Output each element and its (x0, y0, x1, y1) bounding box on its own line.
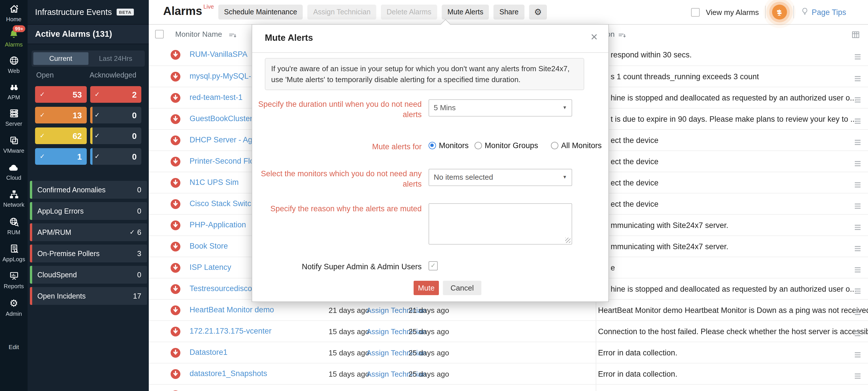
monitor-link[interactable]: Datastore1 (190, 348, 227, 357)
mute-for-label: Mute alerts for (258, 142, 422, 152)
category-item[interactable]: Open Incidents17 (30, 287, 147, 305)
monitor-link[interactable]: datastore1_Snapshots (190, 369, 267, 378)
nav-rail: Edit HomeAlarms99+WebAPMServerVMwareClou… (0, 0, 28, 391)
ack-count: 2 (132, 90, 137, 99)
mute-reason-textarea[interactable] (429, 203, 572, 245)
down-status-icon (170, 221, 180, 230)
cancel-button[interactable]: Cancel (443, 281, 482, 295)
monitor-link[interactable]: ISP Latency (190, 263, 231, 271)
notify-admins-checkbox[interactable]: ✓ (429, 261, 438, 270)
app-root: Edit HomeAlarms99+WebAPMServerVMwareClou… (0, 0, 868, 391)
category-label: Confirmed Anomalies (37, 186, 137, 194)
tab-current[interactable]: Current (33, 52, 88, 65)
down-status-icon (170, 369, 180, 379)
row-menu-icon[interactable] (854, 180, 861, 190)
tab-last-24hrs[interactable]: Last 24Hrs (88, 52, 143, 65)
monitor-link[interactable]: Book Store (190, 242, 228, 250)
open-count-badge[interactable]: ✓62 (35, 127, 87, 144)
radio-all-monitors[interactable] (551, 142, 558, 149)
row-menu-icon[interactable] (854, 286, 861, 296)
sidebar-item-label: RUM (0, 229, 28, 235)
row-menu-icon[interactable] (854, 265, 861, 275)
mute-button[interactable]: Mute (413, 281, 439, 295)
row-menu-icon[interactable] (854, 116, 861, 126)
outage-reason-text: respond within 30 secs. (611, 51, 692, 59)
category-item[interactable]: Confirmed Anomalies0 (30, 181, 147, 199)
sidebar-item-alarms[interactable]: Alarms99+ (0, 29, 28, 48)
sidebar-item-web[interactable]: Web (0, 55, 28, 74)
category-item[interactable]: AppLog Errors0 (30, 202, 147, 220)
monitor-link[interactable]: HeartBeat Monitor demo (190, 305, 274, 314)
row-menu-icon[interactable] (854, 307, 861, 318)
row-menu-icon[interactable] (854, 159, 861, 169)
category-list: Confirmed Anomalies0AppLog Errors0APM/RU… (30, 181, 147, 308)
monitor-link[interactable]: Testresourcediscove (190, 284, 260, 293)
row-menu-icon[interactable] (854, 371, 861, 381)
acknowledged-count-badge[interactable]: ✓0 (90, 107, 141, 124)
check-icon: ✓ (94, 111, 100, 119)
ack-count: 0 (132, 131, 137, 140)
row-menu-icon[interactable] (854, 52, 861, 62)
row-menu-icon[interactable] (854, 95, 861, 105)
monitor-link[interactable]: PHP-Application (190, 221, 246, 229)
radio-label[interactable]: All Monitors (561, 141, 602, 150)
acknowledged-count-badge[interactable]: ✓0 (90, 148, 141, 165)
sidebar-item-rum[interactable]: RUM (0, 217, 28, 235)
globe-icon (0, 55, 28, 67)
sidebar-item-network[interactable]: Network (0, 189, 28, 208)
row-menu-icon[interactable] (854, 137, 861, 148)
monitor-link[interactable]: GuestBookCluster (190, 114, 252, 123)
ack-count: 0 (132, 152, 137, 161)
monitor-link[interactable]: N1C UPS Sim (190, 178, 239, 187)
monitor-link[interactable]: Cisco Stack Switch (190, 199, 256, 208)
open-count-badge[interactable]: ✓13 (35, 107, 87, 124)
open-count-badge[interactable]: ✓1 (35, 148, 87, 165)
duration-select[interactable]: 5 Mins ▼ (429, 99, 572, 117)
row-menu-icon[interactable] (854, 201, 861, 211)
outage-reason-text: mmunicating with Site24x7 server. (611, 221, 728, 230)
sidebar-item-server[interactable]: Server (0, 108, 28, 127)
outage-reason-text: hine is stopped and deallocated as reque… (611, 94, 857, 102)
sidebar-item-applogs[interactable]: AppLogs (0, 243, 28, 262)
acknowledged-count-badge[interactable]: ✓2 (90, 86, 141, 103)
rum-globe-icon (0, 217, 28, 228)
radio-label[interactable]: Monitor Groups (485, 141, 538, 150)
acknowledged-count-badge[interactable]: ✓0 (90, 127, 141, 144)
check-icon: ✓ (40, 111, 45, 119)
row-menu-icon[interactable] (854, 350, 861, 360)
radio-monitors[interactable] (429, 142, 436, 149)
category-item[interactable]: On-Premise Pollers3 (30, 245, 147, 262)
down-status-icon (170, 50, 180, 60)
monitor-link[interactable]: 172.21.173.175-vcenter (190, 327, 272, 335)
sidebar-item-apm[interactable]: APM (0, 82, 28, 100)
monitor-link[interactable]: RUM-VanillaSPA (190, 50, 248, 59)
severity-row: ✓62✓0 (35, 127, 141, 144)
category-item[interactable]: CloudSpend0 (30, 266, 147, 284)
gear-icon: ⚙ (0, 298, 28, 309)
category-count: 0 (137, 207, 141, 215)
open-count-badge[interactable]: ✓53 (35, 86, 87, 103)
outage-reason-text: ect the device (611, 178, 659, 187)
monitors-select[interactable]: No items selected ▼ (429, 169, 572, 186)
category-count: 0 (137, 270, 141, 279)
sidebar-item-cloud[interactable]: Cloud (0, 162, 28, 181)
outage-reason-text: mmunicating with Site24x7 server. (611, 242, 728, 251)
sidebar-item-admin[interactable]: ⚙Admin (0, 298, 28, 317)
radio-label[interactable]: Monitors (439, 141, 469, 150)
row-menu-icon[interactable] (854, 222, 861, 232)
row-menu-icon[interactable] (854, 328, 861, 339)
nav-edit-link[interactable]: Edit (0, 343, 28, 350)
active-alarms-header[interactable]: Active Alarms (131) (28, 25, 149, 44)
sidebar-item-reports[interactable]: Reports (0, 270, 28, 289)
close-icon[interactable]: ✕ (590, 32, 598, 42)
panel-title: Infrastructure Events (35, 7, 112, 17)
sidebar-item-vmware[interactable]: VMware (0, 135, 28, 154)
category-item[interactable]: APM/RUM✓6 (30, 223, 147, 241)
severity-row: ✓13✓0 (35, 107, 141, 124)
row-menu-icon[interactable] (854, 243, 861, 254)
monitor-link[interactable]: red-team-test-1 (190, 93, 243, 102)
sidebar-item-home[interactable]: Home (0, 3, 28, 22)
monitor-link[interactable]: Printer-Second Floor (190, 157, 261, 165)
radio-monitor-groups[interactable] (474, 142, 482, 149)
row-menu-icon[interactable] (854, 73, 861, 84)
